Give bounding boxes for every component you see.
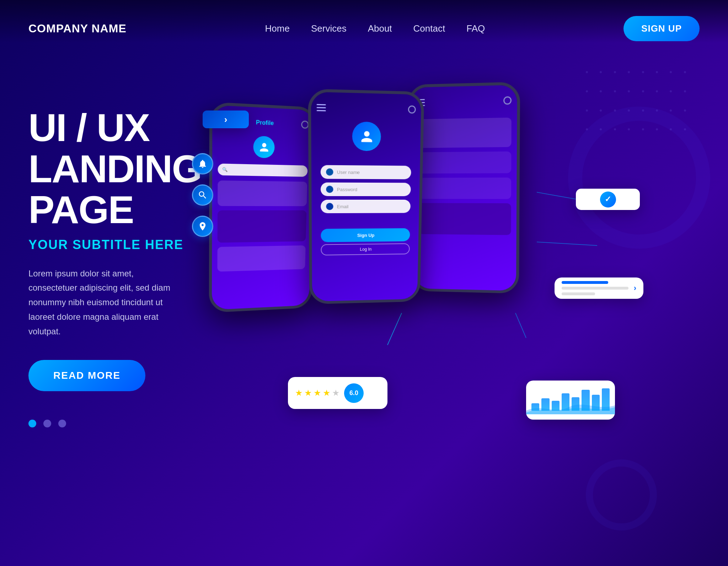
phone-center-gear-icon: [408, 106, 416, 114]
top-nav-card: ›: [203, 110, 249, 128]
float-icon-notification: [192, 153, 213, 174]
phone-center-avatar: [352, 122, 381, 151]
login-form-button[interactable]: Log In: [321, 243, 410, 255]
rating-badge: 6.0: [344, 383, 364, 403]
phone-left-avatar: [253, 136, 275, 158]
slider-dot-2[interactable]: [43, 420, 51, 427]
password-field[interactable]: Password: [321, 182, 411, 196]
hero-title: UI / UX LANDING PAGE: [28, 107, 206, 230]
phone-center-topbar: [317, 103, 416, 114]
phone-right-card-2: [417, 151, 512, 173]
hero-section: UI / UX LANDING PAGE YOUR SUBTITLE HERE …: [0, 57, 728, 566]
phones-container: › Profile: [188, 64, 651, 491]
email-field[interactable]: Email: [321, 200, 411, 213]
email-placeholder: Email: [337, 204, 349, 209]
float-icon-location: [192, 216, 213, 237]
phone-right-card-1: [416, 118, 512, 148]
user-icon: [326, 168, 333, 176]
star-4: ★: [323, 388, 331, 398]
floating-icons-group: [192, 153, 213, 237]
phone-left-title: Profile: [256, 119, 274, 126]
chart-card: [526, 381, 615, 420]
phone-left-card-2: [218, 210, 307, 243]
arrow-right-icon: ›: [634, 284, 636, 293]
password-placeholder: Password: [337, 187, 358, 192]
svg-line-6: [387, 313, 402, 345]
nav-item-faq[interactable]: FAQ: [466, 23, 485, 34]
star-2: ★: [304, 388, 312, 398]
phone-right-card-3: [417, 178, 511, 199]
phone-right-card-4: [418, 203, 511, 235]
hero-subtitle: YOUR SUBTITLE HERE: [28, 237, 206, 252]
rating-card: ★ ★ ★ ★ ★ 6.0: [288, 377, 387, 409]
navbar: COMPANY NAME Home Services About Contact…: [0, 0, 728, 57]
svg-line-7: [515, 313, 526, 338]
arrow-card: ›: [555, 277, 643, 299]
nav-item-about[interactable]: About: [368, 23, 392, 34]
phone-left-gear-icon: [301, 120, 309, 129]
username-field[interactable]: User name: [321, 165, 411, 179]
slider-dot-3[interactable]: [58, 420, 66, 427]
phone-right-topbar: [416, 96, 512, 107]
phone-right-screen: [411, 85, 517, 291]
card-line-gray: [562, 287, 628, 290]
phone-right-gear-icon: [503, 96, 512, 105]
phone-center: User name Password Email Sign: [308, 89, 424, 304]
read-more-button[interactable]: READ MORE: [28, 360, 145, 391]
nav-links: Home Services About Contact FAQ: [265, 23, 485, 34]
star-rating: ★ ★ ★ ★ ★: [295, 388, 340, 398]
star-1: ★: [295, 388, 303, 398]
nav-item-contact[interactable]: Contact: [413, 23, 445, 34]
checkmark-icon: ✓: [600, 192, 616, 207]
hero-right: › Profile: [206, 79, 700, 566]
phone-left-card-1: [218, 180, 307, 206]
phone-left-screen: Profile 🔍: [212, 105, 314, 310]
nav-item-home[interactable]: Home: [265, 23, 290, 34]
svg-line-5: [537, 242, 597, 246]
card-line-blue: [562, 281, 608, 284]
phone-right: [407, 82, 520, 293]
nav-item-services[interactable]: Services: [311, 23, 347, 34]
card-lines: [562, 281, 628, 295]
chart-wave-svg: [526, 400, 615, 414]
login-form: User name Password Email Sign: [317, 154, 415, 263]
signup-form-button[interactable]: Sign Up: [321, 228, 410, 242]
username-placeholder: User name: [337, 169, 360, 175]
lock-icon: [326, 186, 333, 193]
phone-center-screen: User name Password Email Sign: [311, 92, 422, 301]
checkmark-card: ✓: [576, 189, 640, 210]
float-icon-search: [192, 184, 213, 206]
nav-arrow-icon: ›: [224, 114, 228, 125]
email-icon: [326, 203, 333, 210]
card-line-gray-2: [562, 292, 595, 295]
slider-dot-1[interactable]: [28, 420, 36, 427]
star-3: ★: [314, 388, 321, 398]
star-5: ★: [332, 388, 340, 398]
hero-left: UI / UX LANDING PAGE YOUR SUBTITLE HERE …: [28, 79, 206, 427]
phone-left: Profile 🔍: [209, 102, 317, 313]
nav-logo: COMPANY NAME: [28, 22, 127, 35]
phone-left-card-3: [217, 246, 305, 272]
phone-left-searchbar[interactable]: 🔍: [218, 163, 308, 177]
hero-description: Lorem ipsum dolor sit amet, consectetuer…: [28, 266, 178, 339]
page-wrapper: COMPANY NAME Home Services About Contact…: [0, 0, 728, 566]
hamburger-icon-center: [317, 104, 326, 111]
slider-dots: [28, 420, 206, 427]
signup-button[interactable]: SIGN UP: [623, 16, 700, 41]
